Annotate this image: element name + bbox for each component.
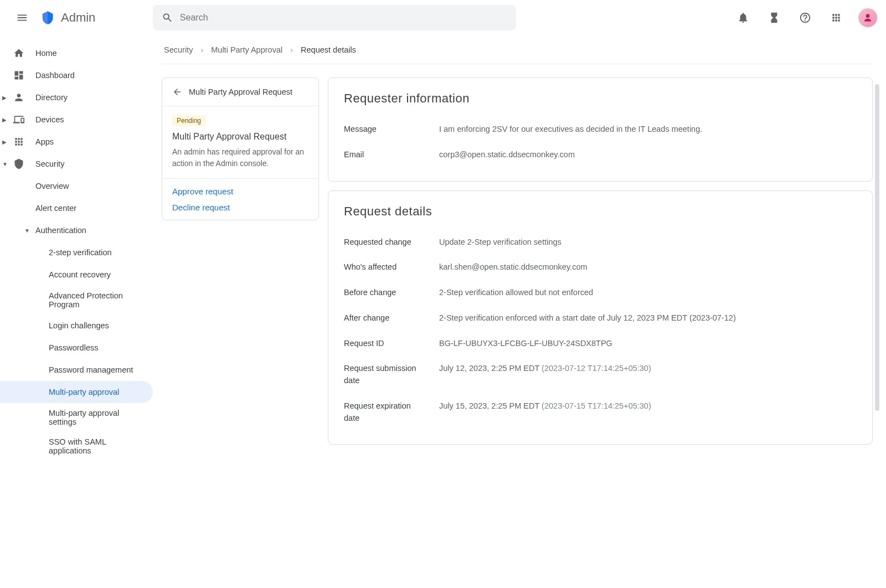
sidebar-item-label: Apps <box>35 137 54 146</box>
sidebar-item-multi-party-approval[interactable]: Multi-party approval <box>0 381 153 403</box>
sidebar-nav: Home Dashboard ▶ Directory ▶ Devices ▶ A… <box>0 35 153 461</box>
sidebar-item-authentication[interactable]: ▼ Authentication <box>0 219 153 241</box>
sidebar-item-label: Alert center <box>35 204 76 213</box>
sidebar-item-advanced-protection[interactable]: Advanced Protection Program <box>0 286 153 314</box>
sidebar-item-security[interactable]: ▼ Security <box>0 153 153 175</box>
sidebar-item-2sv[interactable]: 2-step verification <box>0 241 153 264</box>
sidebar-item-account-recovery[interactable]: Account recovery <box>0 264 153 286</box>
sidebar-item-home[interactable]: Home <box>0 42 153 64</box>
sidebar-item-login-challenges[interactable]: Login challenges <box>0 314 153 337</box>
help-icon <box>799 12 811 24</box>
hourglass-icon <box>768 12 780 24</box>
sidebar-item-label: 2-step verification <box>49 248 112 257</box>
detail-value: BG-LF-UBUYX3-LFCBG-LF-UBUY-24SDX8TPG <box>439 338 857 350</box>
panel-actions: Approve request Decline request <box>162 179 318 220</box>
requester-info-title: Requester information <box>344 91 857 106</box>
sidebar-item-label: Authentication <box>35 226 86 235</box>
sidebar-item-label: Advanced Protection Program <box>49 291 142 309</box>
message-value: I am enforcing 2SV for our executives as… <box>439 123 857 136</box>
sidebar-item-label: Multi-party approval <box>49 388 119 396</box>
help-button[interactable] <box>792 4 818 31</box>
sidebar-item-label: Account recovery <box>49 270 111 279</box>
chevron-down-icon: ▼ <box>24 228 33 234</box>
sidebar-item-label: Directory <box>35 93 68 102</box>
sidebar-item-devices[interactable]: ▶ Devices <box>0 109 153 131</box>
breadcrumb-security[interactable]: Security <box>164 45 193 54</box>
email-label: Email <box>344 149 426 161</box>
chevron-right-icon: ▶ <box>2 117 11 123</box>
sidebar-item-label: Multi-party approval settings <box>49 409 142 426</box>
apps-grid-icon <box>831 12 842 23</box>
sidebar-item-apps[interactable]: ▶ Apps <box>0 131 153 153</box>
sidebar-item-label: Overview <box>35 182 69 190</box>
sidebar-item-mpa-settings[interactable]: Multi-party approval settings <box>0 403 153 432</box>
panel-body: Pending Multi Party Approval Request An … <box>162 106 318 179</box>
sidebar-item-label: Home <box>35 49 57 58</box>
detail-label: Request submission date <box>344 363 426 387</box>
admin-logo-icon <box>40 10 55 25</box>
decline-button[interactable]: Decline request <box>172 203 308 212</box>
detail-value: 2-Step verification enforced with a star… <box>439 312 857 324</box>
scrollbar[interactable] <box>875 84 879 411</box>
devices-icon <box>13 114 24 125</box>
sidebar-item-label: Passwordless <box>49 343 98 352</box>
logo-area[interactable]: Admin <box>40 10 140 25</box>
detail-row: Request expiration dateJuly 15, 2023, 2:… <box>344 394 857 431</box>
detail-label: Before change <box>344 287 426 299</box>
panel-title: Multi Party Approval Request <box>172 132 308 142</box>
detail-label: Request expiration date <box>344 400 426 425</box>
detail-row: Request submission dateJuly 12, 2023, 2:… <box>344 356 857 394</box>
detail-label: Requested change <box>344 236 426 249</box>
sidebar-item-sso-saml[interactable]: SSO with SAML applications <box>0 432 153 461</box>
header-icons <box>730 4 877 31</box>
detail-label: Request ID <box>344 338 426 350</box>
chevron-right-icon: › <box>200 45 203 54</box>
apps-icon <box>13 136 24 147</box>
sidebar-item-label: Password management <box>49 365 133 374</box>
notifications-button[interactable] <box>730 4 756 31</box>
chevron-right-icon: ▶ <box>2 139 11 145</box>
search-bar[interactable] <box>153 5 516 30</box>
panel-header-title: Multi Party Approval Request <box>189 87 292 96</box>
app-header: Admin <box>0 0 886 35</box>
svg-point-0 <box>866 14 870 18</box>
sidebar-item-directory[interactable]: ▶ Directory <box>0 86 153 109</box>
approval-panel: Multi Party Approval Request Pending Mul… <box>162 78 319 220</box>
detail-label: Who's affected <box>344 261 426 274</box>
sidebar-item-overview[interactable]: Overview <box>0 175 153 197</box>
detail-row: Request IDBG-LF-UBUYX3-LFCBG-LF-UBUY-24S… <box>344 331 857 357</box>
panel-header: Multi Party Approval Request <box>162 78 318 106</box>
apps-button[interactable] <box>823 4 849 31</box>
detail-value: Update 2-Step verification settings <box>439 236 857 249</box>
search-input[interactable] <box>180 13 507 23</box>
back-arrow-icon[interactable] <box>172 87 182 97</box>
dashboard-icon <box>13 70 24 81</box>
tasks-button[interactable] <box>761 4 787 31</box>
breadcrumb: Security › Multi Party Approval › Reques… <box>162 35 873 64</box>
detail-row: Who's affectedkarl.shen@open.static.ddse… <box>344 255 857 280</box>
message-row: Message I am enforcing 2SV for our execu… <box>344 117 857 142</box>
message-label: Message <box>344 123 426 136</box>
hamburger-icon <box>16 12 28 24</box>
person-icon <box>13 92 24 103</box>
breadcrumb-mpa[interactable]: Multi Party Approval <box>211 45 282 54</box>
sidebar-item-label: Dashboard <box>35 71 75 80</box>
request-details-title: Request details <box>344 204 857 219</box>
app-title: Admin <box>61 11 95 25</box>
avatar-face-icon <box>862 12 873 23</box>
main-content: Security › Multi Party Approval › Reques… <box>153 35 886 461</box>
detail-value: July 12, 2023, 2:25 PM EDT (2023-07-12 T… <box>439 363 857 375</box>
sidebar-item-dashboard[interactable]: Dashboard <box>0 64 153 86</box>
status-badge: Pending <box>172 115 205 126</box>
account-avatar[interactable] <box>858 8 877 27</box>
menu-button[interactable] <box>9 4 35 31</box>
sidebar-item-alert-center[interactable]: Alert center <box>0 197 153 219</box>
email-row: Email corp3@open.static.ddsecmonkey.com <box>344 142 857 168</box>
approve-button[interactable]: Approve request <box>172 187 308 196</box>
detail-value: July 15, 2023, 2:25 PM EDT (2023-07-15 T… <box>439 400 857 412</box>
home-icon <box>13 48 24 59</box>
request-details-card: Request details Requested changeUpdate 2… <box>328 190 873 445</box>
sidebar-item-passwordless[interactable]: Passwordless <box>0 337 153 359</box>
sidebar-item-password-management[interactable]: Password management <box>0 359 153 381</box>
chevron-right-icon: › <box>290 45 293 54</box>
